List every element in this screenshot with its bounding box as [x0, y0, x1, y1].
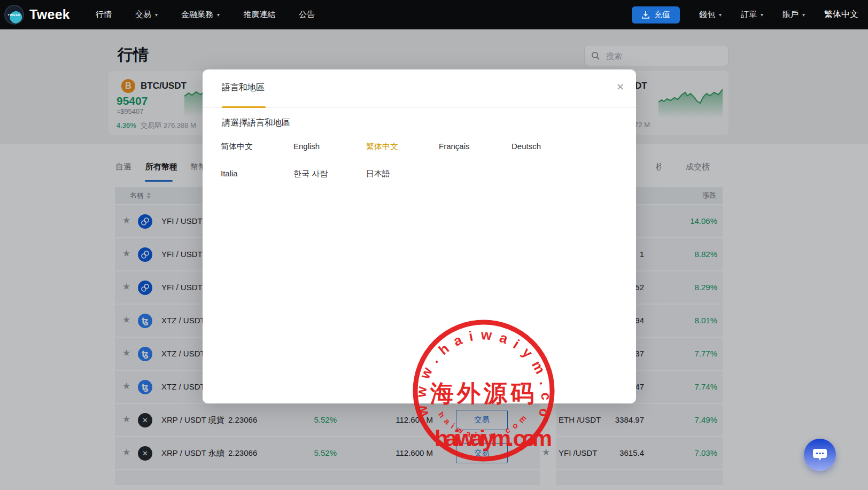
language-option-it[interactable]: Italia: [221, 169, 293, 179]
top-navbar: TWEEK Tweek 行情 交易▾ 金融業務▾ 推廣連結 公告 充值 錢包▾ …: [0, 0, 868, 29]
language-option-fr[interactable]: Français: [439, 142, 511, 152]
modal-title: 語言和地區: [222, 82, 265, 94]
nav-item-markets[interactable]: 行情: [96, 10, 112, 20]
language-option-ja[interactable]: 日本語: [366, 169, 439, 179]
language-selector[interactable]: 繁体中文: [824, 9, 858, 20]
nav-menu: 行情 交易▾ 金融業務▾ 推廣連結 公告: [96, 10, 315, 20]
support-chat-button[interactable]: [804, 439, 836, 471]
nav-item-promotion[interactable]: 推廣連結: [243, 10, 275, 20]
language-option-en[interactable]: English: [293, 142, 366, 152]
chevron-down-icon: ▾: [217, 12, 220, 18]
download-icon: [641, 11, 650, 19]
modal-title-underline: [222, 106, 266, 108]
modal-prompt: 請選擇語言和地區: [222, 118, 290, 129]
language-option-de[interactable]: Deutsch: [511, 142, 584, 152]
language-options-grid: 简体中文 English 繁体中文 Français Deutsch Itali…: [221, 142, 584, 179]
brand-logo[interactable]: TWEEK Tweek: [4, 5, 70, 25]
brand-name: Tweek: [29, 7, 70, 22]
chat-bubble-icon: [812, 447, 828, 462]
nav-right-group: 充值 錢包▾ 訂單▾ 賬戶▾ 繁体中文: [632, 6, 858, 24]
language-option-ko[interactable]: 한국 사람: [293, 169, 366, 179]
close-icon[interactable]: ✕: [616, 81, 624, 93]
deposit-button[interactable]: 充值: [632, 6, 680, 24]
nav-item-announcements[interactable]: 公告: [299, 10, 315, 20]
chevron-down-icon: ▾: [155, 12, 158, 18]
deposit-label: 充值: [654, 10, 670, 20]
chevron-down-icon: ▾: [761, 12, 763, 18]
language-region-modal: 語言和地區 ✕ 請選擇語言和地區 简体中文 English 繁体中文 Franç…: [203, 69, 636, 403]
chevron-down-icon: ▾: [719, 12, 722, 18]
app-window: TWEEK Tweek 行情 交易▾ 金融業務▾ 推廣連結 公告 充值 錢包▾ …: [0, 0, 868, 490]
nav-item-label: 訂單: [741, 10, 757, 20]
nav-item-label: 賬戶: [782, 10, 799, 20]
nav-item-orders[interactable]: 訂單▾: [741, 10, 763, 20]
nav-item-finance[interactable]: 金融業務▾: [181, 10, 220, 20]
language-option-zh-tw[interactable]: 繁体中文: [366, 142, 439, 152]
nav-item-label: 行情: [96, 10, 112, 20]
logo-text: TWEEK: [7, 13, 20, 17]
nav-item-trade[interactable]: 交易▾: [135, 10, 158, 20]
nav-item-label: 交易: [135, 10, 151, 20]
nav-item-label: 公告: [299, 10, 315, 20]
nav-item-label: 錢包: [699, 10, 715, 20]
language-option-zh-cn[interactable]: 简体中文: [221, 142, 293, 152]
chevron-down-icon: ▾: [802, 12, 805, 18]
tweek-logo-icon: TWEEK: [4, 5, 24, 25]
modal-divider: [203, 107, 636, 108]
nav-item-label: 金融業務: [181, 10, 213, 20]
nav-item-wallet[interactable]: 錢包▾: [699, 10, 722, 20]
nav-item-label: 推廣連結: [243, 10, 275, 20]
nav-item-account[interactable]: 賬戶▾: [782, 10, 805, 20]
